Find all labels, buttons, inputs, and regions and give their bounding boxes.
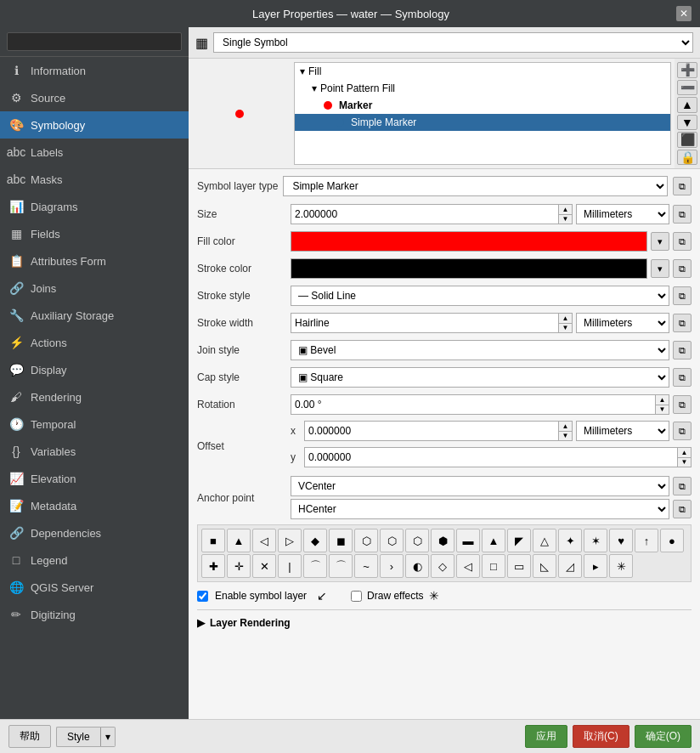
cap-style-select[interactable]: ▣ Square ▣ Flat ▣ Round (291, 367, 669, 388)
draw-effects-checkbox[interactable] (351, 591, 362, 602)
shape-button-9[interactable]: ⬢ (431, 529, 454, 552)
size-up-button[interactable]: ▲ (559, 205, 572, 215)
sidebar-item-digitizing[interactable]: ✏Digitizing (0, 601, 189, 628)
shape-button-0[interactable]: ■ (201, 529, 225, 552)
shape-button-25[interactable]: ~ (354, 554, 378, 578)
offset-copy-button[interactable]: ⧉ (673, 422, 692, 440)
rotation-input[interactable] (291, 395, 655, 414)
stroke-color-arrow[interactable]: ▾ (651, 259, 669, 278)
shape-button-24[interactable]: ⌒ (329, 554, 353, 578)
sidebar-item-elevation[interactable]: 📈Elevation (0, 465, 189, 492)
shape-button-15[interactable]: ✶ (584, 529, 607, 552)
shape-button-14[interactable]: ✦ (558, 529, 582, 552)
shape-button-20[interactable]: ✛ (227, 554, 251, 578)
shape-button-34[interactable]: ▸ (584, 554, 607, 578)
sidebar-item-symbology[interactable]: 🎨Symbology (0, 111, 189, 139)
anchor-vcenter-select[interactable]: VCenter Top Bottom (291, 476, 669, 496)
offset-y-down[interactable]: ▼ (678, 458, 691, 467)
shape-button-2[interactable]: ◁ (252, 529, 276, 552)
size-spinner[interactable]: ▲ ▼ (291, 204, 573, 224)
sidebar-item-attributesForm[interactable]: 📋Attributes Form (0, 247, 189, 275)
sidebar-item-labels[interactable]: abcLabels (0, 139, 189, 166)
shape-button-13[interactable]: △ (533, 529, 556, 552)
offset-x-spinner[interactable]: ▲ ▼ (304, 421, 573, 441)
stroke-width-up[interactable]: ▲ (559, 314, 572, 324)
offset-x-input[interactable] (305, 422, 558, 440)
symbol-type-copy-button[interactable]: ⧉ (673, 177, 692, 195)
join-style-copy-button[interactable]: ⧉ (673, 341, 692, 360)
stroke-color-copy-button[interactable]: ⧉ (673, 259, 692, 278)
shape-button-22[interactable]: | (278, 554, 302, 578)
sidebar-item-information[interactable]: ℹInformation (0, 57, 189, 84)
shape-button-16[interactable]: ♥ (609, 529, 633, 552)
add-layer-button[interactable]: ➕ (677, 62, 697, 78)
shape-button-35[interactable]: ✳ (609, 554, 633, 578)
size-copy-button[interactable]: ⧉ (673, 205, 692, 224)
shape-button-23[interactable]: ⌒ (303, 554, 327, 578)
size-unit-select[interactable]: Millimeters Pixels Points Map Units (576, 204, 669, 224)
anchor-hcenter-select[interactable]: HCenter Left Right (291, 499, 669, 519)
help-button[interactable]: 帮助 (8, 725, 51, 748)
stroke-width-input[interactable] (291, 314, 558, 332)
tree-item-marker[interactable]: Marker (295, 97, 670, 114)
stroke-width-unit-select[interactable]: Millimeters Pixels Points (576, 313, 669, 333)
anchor-vcenter-copy[interactable]: ⧉ (673, 477, 692, 495)
shape-button-7[interactable]: ⬡ (380, 529, 404, 552)
fill-color-copy-button[interactable]: ⧉ (673, 232, 692, 251)
symbol-layer-type-select[interactable]: Simple Marker Ellipse Marker SVG Marker … (283, 176, 668, 196)
sidebar-item-variables[interactable]: {}Variables (0, 438, 189, 465)
tree-item-fill[interactable]: ▾ Fill (295, 63, 670, 80)
shape-button-17[interactable]: ↑ (635, 529, 658, 552)
layer-rendering-arrow[interactable]: ▶ (197, 617, 205, 629)
sidebar-item-auxiliaryStorage[interactable]: 🔧Auxiliary Storage (0, 302, 189, 329)
close-button[interactable]: ✕ (676, 6, 692, 21)
lock-button[interactable]: 🔒 (677, 150, 697, 166)
shape-button-18[interactable]: ● (660, 529, 684, 552)
offset-y-spinner[interactable]: ▲ ▼ (304, 447, 692, 467)
offset-x-down[interactable]: ▼ (559, 432, 572, 441)
rotation-spinner[interactable]: ▲ ▼ (291, 394, 669, 415)
shape-button-11[interactable]: ▲ (482, 529, 505, 552)
style-button[interactable]: Style (56, 727, 100, 747)
symbol-type-select[interactable]: Single Symbol Categorized Graduated Rule… (213, 32, 693, 53)
shape-button-28[interactable]: ◇ (431, 554, 454, 578)
shape-button-6[interactable]: ⬡ (354, 529, 378, 552)
move-down-button[interactable]: ▼ (677, 115, 697, 131)
duplicate-button[interactable]: ⬛ (677, 132, 697, 148)
stroke-style-copy-button[interactable]: ⧉ (673, 286, 692, 305)
shape-button-5[interactable]: ◼ (329, 529, 353, 552)
apply-button[interactable]: 应用 (525, 725, 567, 748)
shape-button-27[interactable]: ◐ (405, 554, 429, 578)
fill-color-arrow[interactable]: ▾ (651, 232, 669, 251)
ok-button[interactable]: 确定(O) (635, 725, 692, 748)
sidebar-item-fields[interactable]: ▦Fields (0, 220, 189, 247)
stroke-style-select[interactable]: — Solid Line -- Dashed .. Dotted No Pen (291, 286, 669, 306)
shape-button-29[interactable]: ◁ (456, 554, 480, 578)
offset-y-input[interactable] (305, 448, 677, 467)
shape-button-1[interactable]: ▲ (227, 529, 251, 552)
shape-button-26[interactable]: › (380, 554, 404, 578)
size-down-button[interactable]: ▼ (559, 215, 572, 224)
shape-button-3[interactable]: ▷ (278, 529, 302, 552)
remove-layer-button[interactable]: ➖ (677, 80, 697, 96)
tree-item-simple-marker[interactable]: Simple Marker (295, 114, 670, 131)
size-input[interactable] (291, 205, 558, 224)
cancel-button[interactable]: 取消(C) (573, 725, 629, 748)
style-dropdown-arrow[interactable]: ▾ (100, 727, 116, 747)
sidebar-item-legend[interactable]: □Legend (0, 546, 189, 574)
stroke-width-down[interactable]: ▼ (559, 324, 572, 333)
sidebar-item-qgisServer[interactable]: 🌐QGIS Server (0, 574, 189, 601)
rotation-down[interactable]: ▼ (656, 405, 669, 415)
anchor-hcenter-copy[interactable]: ⧉ (673, 500, 692, 518)
shape-button-31[interactable]: ▭ (507, 554, 531, 578)
sidebar-item-rendering[interactable]: 🖌Rendering (0, 383, 189, 410)
shape-button-21[interactable]: ✕ (252, 554, 276, 578)
shape-button-19[interactable]: ✚ (201, 554, 225, 578)
fill-color-swatch[interactable] (291, 231, 647, 252)
rotation-up[interactable]: ▲ (656, 395, 669, 405)
sidebar-item-source[interactable]: ⚙Source (0, 84, 189, 111)
sidebar-item-masks[interactable]: abcMasks (0, 166, 189, 193)
shape-button-12[interactable]: ◤ (507, 529, 531, 552)
enable-symbol-checkbox[interactable] (197, 591, 208, 602)
sidebar-item-actions[interactable]: ⚡Actions (0, 329, 189, 356)
